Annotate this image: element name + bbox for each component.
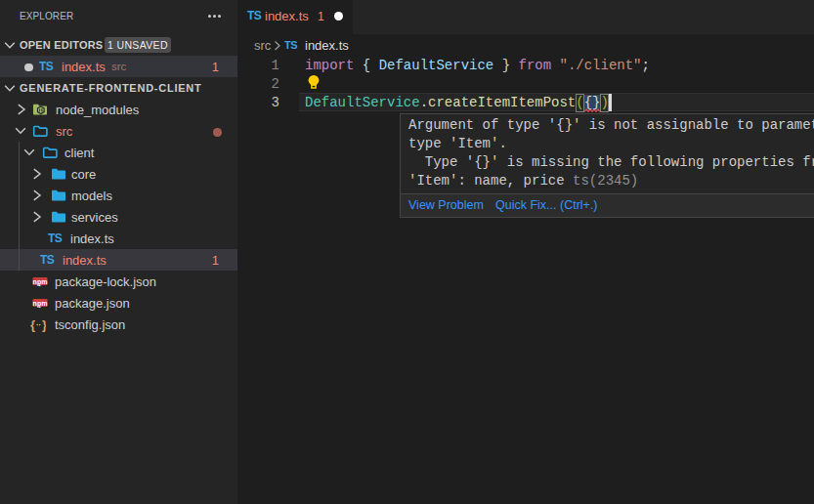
- svg-text:}: }: [42, 317, 46, 332]
- svg-text:npm: npm: [33, 278, 48, 286]
- svg-text:{: {: [30, 317, 35, 332]
- svg-text:npm: npm: [33, 300, 48, 308]
